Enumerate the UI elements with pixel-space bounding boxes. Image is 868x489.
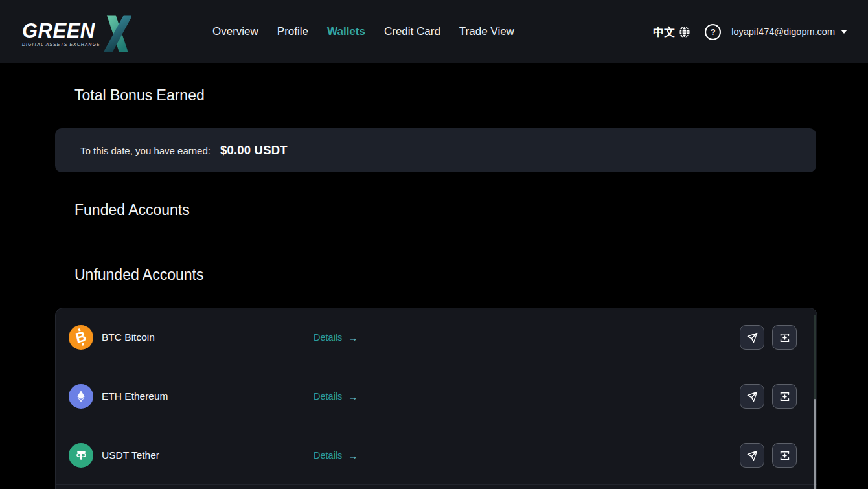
- send-icon: [746, 332, 759, 344]
- row-right: Details →: [288, 325, 817, 350]
- logo-wordmark: GREEN: [22, 21, 100, 41]
- arrow-right-icon: →: [348, 333, 358, 343]
- arrow-right-icon: →: [348, 451, 358, 461]
- header-right-controls: 中文 ? loyapif474@digopm.com: [653, 24, 847, 40]
- total-bonus-card: To this date, you have earned: $0.00 USD…: [55, 128, 816, 172]
- bonus-message: To this date, you have earned:: [80, 145, 211, 156]
- coin-label: USDT Tether: [102, 449, 159, 461]
- send-icon: [746, 391, 759, 403]
- send-icon: [746, 449, 759, 462]
- nav-item-profile[interactable]: Profile: [277, 25, 308, 38]
- arrow-right-icon: →: [348, 392, 358, 402]
- main-nav: Overview Profile Wallets Credit Card Tra…: [212, 0, 514, 63]
- logo-tagline: DIGITAL ASSETS EXCHANGE: [22, 42, 100, 47]
- send-button[interactable]: [740, 384, 764, 409]
- send-button[interactable]: [740, 443, 764, 468]
- details-link-eth[interactable]: Details →: [314, 391, 358, 402]
- globe-icon: [678, 26, 691, 38]
- logo-text: GREEN DIGITAL ASSETS EXCHANGE: [22, 21, 100, 47]
- details-link-btc[interactable]: Details →: [314, 332, 358, 343]
- ethereum-icon: [69, 384, 93, 409]
- deposit-button[interactable]: [772, 443, 797, 468]
- row-actions: [740, 325, 797, 350]
- account-row-usdt: USDT Tether Details →: [56, 426, 817, 485]
- tether-icon: [69, 443, 93, 468]
- nav-item-wallets[interactable]: Wallets: [327, 25, 365, 38]
- language-switcher[interactable]: 中文: [653, 25, 691, 40]
- top-header: GREEN DIGITAL ASSETS EXCHANGE Overview P…: [0, 0, 868, 63]
- user-email: loyapif474@digopm.com: [731, 27, 835, 37]
- column-divider: [288, 308, 288, 489]
- coin-cell: ETH Ethereum: [56, 384, 288, 409]
- bitcoin-icon: B: [69, 325, 93, 350]
- row-actions: [740, 384, 797, 409]
- account-row-eth: ETH Ethereum Details →: [56, 367, 817, 426]
- coin-cell: USDT Tether: [56, 443, 288, 468]
- deposit-button[interactable]: [772, 384, 797, 409]
- deposit-icon: [779, 391, 791, 403]
- bonus-amount: $0.00 USDT: [220, 143, 288, 157]
- funded-accounts-title: Funded Accounts: [74, 201, 868, 218]
- account-row-btc: B BTC Bitcoin Details →: [56, 308, 817, 367]
- scrollbar-thumb[interactable]: [814, 399, 816, 489]
- total-bonus-title: Total Bonus Earned: [74, 63, 868, 104]
- nav-item-overview[interactable]: Overview: [212, 25, 258, 38]
- coin-label: BTC Bitcoin: [102, 332, 155, 343]
- help-icon[interactable]: ?: [705, 24, 721, 40]
- row-right: Details →: [288, 384, 817, 409]
- coin-label: ETH Ethereum: [102, 391, 168, 402]
- greenx-logo[interactable]: GREEN DIGITAL ASSETS EXCHANGE: [22, 11, 131, 52]
- deposit-button[interactable]: [772, 325, 797, 350]
- logo-x-icon: [98, 15, 131, 52]
- nav-item-credit-card[interactable]: Credit Card: [384, 25, 440, 38]
- details-link-usdt[interactable]: Details →: [314, 450, 358, 461]
- row-right: Details →: [288, 443, 817, 468]
- panel-scrollbar[interactable]: [814, 315, 816, 489]
- unfunded-accounts-title: Unfunded Accounts: [74, 266, 868, 283]
- send-button[interactable]: [740, 325, 764, 350]
- coin-cell: B BTC Bitcoin: [56, 325, 288, 350]
- language-label: 中文: [653, 25, 675, 40]
- unfunded-accounts-panel: B BTC Bitcoin Details →: [55, 308, 817, 489]
- deposit-icon: [779, 449, 791, 462]
- chevron-down-icon: [841, 30, 847, 34]
- account-menu[interactable]: loyapif474@digopm.com: [731, 27, 847, 37]
- row-actions: [740, 443, 797, 468]
- deposit-icon: [779, 332, 791, 344]
- nav-item-trade-view[interactable]: Trade View: [459, 25, 514, 38]
- wallets-page: Total Bonus Earned To this date, you hav…: [0, 63, 868, 489]
